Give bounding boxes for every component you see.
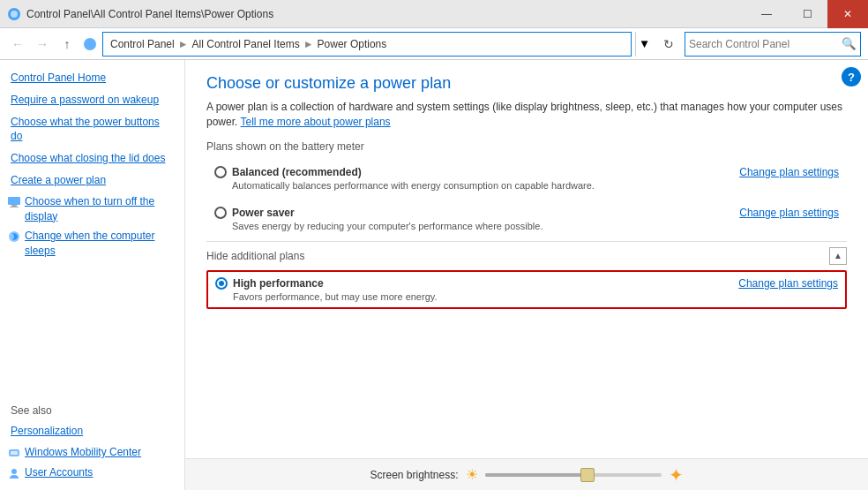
search-submit-button[interactable]: 🔍: [842, 37, 857, 50]
path-power-options: Power Options: [318, 38, 387, 50]
collapse-button[interactable]: ▲: [829, 247, 847, 265]
change-plan-balanced[interactable]: Change plan settings: [739, 166, 839, 178]
address-bar: ← → ↑ Control Panel ► All Control Panel …: [0, 28, 868, 60]
path-dropdown-button[interactable]: ▼: [635, 32, 653, 57]
sidebar-item-accounts-container: User Accounts: [0, 463, 184, 483]
sidebar-item-turn-off-display[interactable]: Choose when to turn off the display: [25, 194, 177, 224]
plan-high-performance-name: High performance: [233, 277, 324, 290]
forward-button[interactable]: →: [32, 34, 53, 55]
sidebar-item-closing-lid[interactable]: Choose what closing the lid does: [0, 147, 184, 170]
sidebar: Control Panel Home Require a password on…: [0, 60, 185, 490]
search-box: 🔍: [685, 32, 861, 57]
page-title: Choose or customize a power plan: [206, 74, 847, 93]
sidebar-item-turn-off-display-container: Choose when to turn off the display: [0, 192, 184, 227]
plan-balanced-desc: Automatically balances performance with …: [232, 180, 839, 191]
sidebar-item-control-panel-home[interactable]: Control Panel Home: [0, 67, 184, 89]
brightness-slider-thumb[interactable]: [580, 468, 595, 482]
minimize-button[interactable]: —: [746, 0, 787, 28]
brightness-slider-track: [485, 473, 662, 477]
learn-more-link[interactable]: Tell me more about power plans: [240, 116, 390, 128]
svg-point-2: [84, 38, 96, 50]
sidebar-item-require-password[interactable]: Require a password on wakeup: [0, 89, 184, 111]
path-all-items: All Control Panel Items: [192, 38, 300, 50]
see-also-label: See also: [0, 394, 184, 420]
sleep-icon: [7, 230, 21, 244]
change-plan-power-saver[interactable]: Change plan settings: [739, 207, 839, 219]
brightness-label: Screen brightness:: [370, 469, 458, 481]
hide-additional-label: Hide additional plans: [206, 250, 304, 262]
main-layout: Control Panel Home Require a password on…: [0, 60, 868, 490]
path-control-panel: Control Panel: [110, 38, 175, 50]
svg-rect-4: [11, 205, 17, 207]
plan-power-saver-desc: Saves energy by reducing your computer's…: [232, 221, 839, 231]
svg-rect-3: [8, 197, 20, 205]
hide-additional-row: Hide additional plans ▲: [206, 241, 847, 270]
sidebar-item-mobility-center[interactable]: Windows Mobility Center: [25, 445, 141, 460]
maximize-button[interactable]: ☐: [787, 0, 827, 28]
user-accounts-icon: [7, 466, 21, 480]
back-button[interactable]: ←: [7, 34, 28, 55]
radio-balanced[interactable]: [214, 166, 227, 178]
refresh-button[interactable]: ↻: [656, 32, 681, 57]
sidebar-item-user-accounts[interactable]: User Accounts: [25, 465, 93, 480]
mobility-icon: [7, 446, 21, 460]
plan-balanced-name: Balanced (recommended): [232, 166, 362, 178]
up-button[interactable]: ↑: [56, 34, 78, 55]
content-area: ? Choose or customize a power plan A pow…: [185, 60, 868, 490]
brightness-sun-right-icon: ✦: [669, 464, 684, 486]
brightness-slider-fill: [485, 473, 591, 477]
radio-high-performance[interactable]: [215, 277, 228, 290]
close-button[interactable]: ✕: [827, 0, 868, 28]
svg-rect-8: [11, 451, 18, 455]
brightness-bar: Screen brightness: ☀ ✦: [185, 458, 868, 490]
plan-power-saver: Power saver Change plan settings Saves e…: [206, 200, 847, 237]
address-path[interactable]: Control Panel ► All Control Panel Items …: [102, 32, 632, 57]
plan-high-performance-desc: Favors performance, but may use more ene…: [233, 291, 838, 302]
sidebar-item-mobility-container: Windows Mobility Center: [0, 442, 184, 463]
content-description: A power plan is a collection of hardware…: [206, 100, 847, 130]
brightness-sun-left-icon: ☀: [466, 466, 478, 483]
sidebar-item-power-buttons[interactable]: Choose what the power buttons do: [0, 111, 184, 148]
search-input[interactable]: [689, 38, 842, 50]
svg-point-1: [11, 11, 18, 18]
sidebar-item-create-plan[interactable]: Create a power plan: [0, 170, 184, 192]
change-plan-high-performance[interactable]: Change plan settings: [738, 277, 838, 290]
window-controls: — ☐ ✕: [746, 0, 868, 28]
plan-balanced: Balanced (recommended) Change plan setti…: [206, 160, 847, 197]
radio-power-saver[interactable]: [214, 207, 227, 219]
section-header: Plans shown on the battery meter: [206, 140, 847, 153]
title-bar: Control Panel\All Control Panel Items\Po…: [0, 0, 868, 28]
monitor-icon: [7, 195, 21, 209]
plan-high-performance: High performance Change plan settings Fa…: [206, 270, 847, 309]
sidebar-item-personalization[interactable]: Personalization: [0, 420, 184, 442]
plan-power-saver-name: Power saver: [232, 207, 295, 219]
help-button[interactable]: ?: [842, 67, 861, 87]
app-icon: [7, 7, 21, 21]
svg-rect-5: [10, 207, 19, 207]
sidebar-item-change-sleep-container: Change when the computer sleeps: [0, 226, 184, 261]
svg-point-9: [11, 469, 17, 474]
sidebar-item-change-sleep[interactable]: Change when the computer sleeps: [25, 229, 177, 259]
window-title: Control Panel\All Control Panel Items\Po…: [26, 8, 273, 20]
